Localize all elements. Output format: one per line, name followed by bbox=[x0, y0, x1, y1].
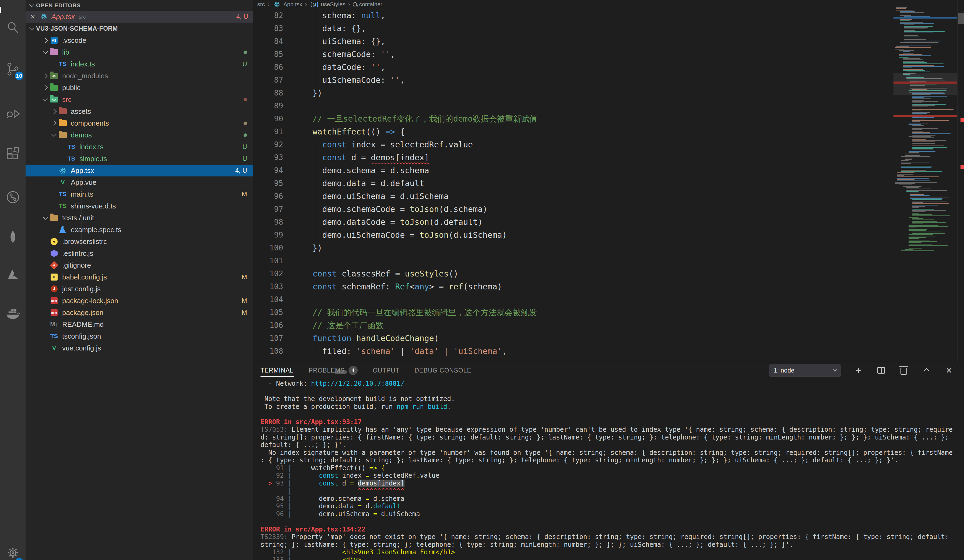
mongodb-leaf-icon[interactable] bbox=[0, 225, 26, 249]
docker-icon[interactable] bbox=[0, 301, 26, 325]
terminal-link[interactable]: const bbox=[319, 472, 338, 479]
terminal-link[interactable]: npm run build bbox=[397, 403, 447, 411]
tree-item-package-json[interactable]: npmpackage.jsonM bbox=[26, 307, 253, 318]
terminal-link[interactable]: 8081 bbox=[385, 380, 401, 387]
code-line-85[interactable]: 85 schemaCode: '', bbox=[253, 48, 894, 61]
tree-item-vue-config-js[interactable]: Vvue.config.js bbox=[26, 342, 253, 354]
open-editor-item-app-tsx[interactable]: × App.tsx src 4, U bbox=[26, 11, 253, 23]
code-line-102[interactable]: 102 const classesRef = useStyles() bbox=[253, 267, 894, 280]
tree-item-jest-config-js[interactable]: Jjest.config.js bbox=[26, 283, 253, 295]
tree-item-tests-unit[interactable]: tests / unit bbox=[26, 212, 253, 224]
code-token: ref bbox=[449, 282, 463, 291]
terminal-link[interactable]: const bbox=[319, 480, 338, 487]
git-graph-icon[interactable] bbox=[0, 185, 26, 209]
tree-item-index-ts[interactable]: TSindex.tsU bbox=[26, 141, 253, 153]
tab-output[interactable]: OUTPUT bbox=[373, 362, 399, 379]
tree-item-src[interactable]: <>src bbox=[26, 94, 253, 106]
tree-item-package-lock-json[interactable]: npmpackage-lock.jsonM bbox=[26, 295, 253, 307]
breadcrumb-item-container[interactable]: container bbox=[353, 1, 382, 8]
source-control-icon[interactable]: 10 bbox=[0, 57, 26, 81]
new-terminal-icon[interactable]: + bbox=[853, 365, 864, 376]
code-line-92[interactable]: 92 const index = selectedRef.value bbox=[253, 138, 894, 151]
open-editors-header[interactable]: OPEN EDITORS bbox=[26, 0, 253, 11]
code-line-103[interactable]: 103 const schemaRef: Ref<any> = ref(sche… bbox=[253, 280, 894, 293]
settings-gear-icon[interactable]: 1 bbox=[0, 541, 26, 560]
tree-item-components[interactable]: components bbox=[26, 117, 253, 129]
code-line-105[interactable]: 105 // 我们的代码一旦在编辑器里被编辑里，这个方法就会被触发 bbox=[253, 306, 894, 319]
code-view[interactable]: 82 schema: null,83 data: {},84 uiSchema:… bbox=[253, 9, 894, 358]
tree-item-node-modules[interactable]: JSnode_modules bbox=[26, 70, 253, 82]
tab-debug-console[interactable]: DEBUG CONSOLE bbox=[414, 362, 471, 379]
code-line-98[interactable]: 98 demo.dataCode = toJson(d.default) bbox=[253, 216, 894, 229]
tree-item-index-ts[interactable]: TSindex.tsU bbox=[26, 58, 253, 70]
maximize-panel-icon[interactable] bbox=[921, 365, 932, 376]
terminal-text: default: { ...; }; }'. bbox=[261, 441, 346, 449]
terminal-link[interactable]: http://172.20.10.7: bbox=[311, 380, 385, 387]
close-panel-icon[interactable]: × bbox=[944, 365, 954, 376]
close-icon[interactable]: × bbox=[30, 12, 39, 21]
code-line-86[interactable]: 86 dataCode: '', bbox=[253, 61, 894, 74]
code-line-83[interactable]: 83 data: {}, bbox=[253, 22, 894, 35]
tree-item-public[interactable]: public bbox=[26, 82, 253, 94]
tree-item-app-vue[interactable]: VApp.vue bbox=[26, 177, 253, 188]
code-line-95[interactable]: 95 demo.data = d.default bbox=[253, 177, 894, 190]
code-token: }) bbox=[303, 243, 322, 253]
code-line-104[interactable]: 104 bbox=[253, 293, 894, 306]
tree-item-example-spec-ts[interactable]: example.spec.ts bbox=[26, 224, 253, 235]
code-line-97[interactable]: 97 demo.schemaCode = toJson(d.schema) bbox=[253, 203, 894, 216]
tree-item-browserslistrc[interactable]: ●.browserslistrc bbox=[26, 235, 253, 247]
code-line-96[interactable]: 96 demo.uiSchema = d.uiSchema bbox=[253, 190, 894, 203]
tree-item-gitignore[interactable]: .gitignore bbox=[26, 259, 253, 271]
run-debug-icon[interactable] bbox=[0, 102, 26, 126]
breadcrumb-item-app-tsx[interactable]: App.tsx bbox=[272, 0, 302, 8]
code-line-100[interactable]: 100 }) bbox=[253, 242, 894, 255]
terminal-link[interactable]: / bbox=[401, 380, 404, 387]
code-line-108[interactable]: 108 filed: 'schema' | 'data' | 'uiSchema… bbox=[253, 345, 894, 358]
code-line-93[interactable]: 93 const d = demos[index] bbox=[253, 151, 894, 164]
tree-item-eslintrc-js[interactable]: .eslintrc.js bbox=[26, 247, 253, 259]
extensions-icon[interactable] bbox=[0, 142, 26, 166]
tree-item-tsconfig-json[interactable]: TStsconfig.json bbox=[26, 330, 253, 342]
project-root-header[interactable]: VU3-JSON-SCHEMA-FORM bbox=[26, 23, 253, 34]
terminal-output[interactable]: - Network: http://172.20.10.7:8081/ Note… bbox=[261, 380, 962, 560]
code-line-87[interactable]: 87 uiSchemaCode: '', bbox=[253, 74, 894, 87]
minimap-line bbox=[897, 174, 913, 175]
search-icon[interactable] bbox=[0, 16, 26, 40]
minimap[interactable] bbox=[894, 0, 957, 362]
scrollbar-thumb[interactable] bbox=[958, 13, 964, 24]
azure-icon[interactable] bbox=[0, 263, 26, 287]
code-line-89[interactable]: 89 bbox=[253, 99, 894, 112]
tree-item-main-ts[interactable]: TSmain.tsM bbox=[26, 188, 253, 200]
tab-terminal[interactable]: TERMINAL bbox=[261, 362, 294, 379]
code-line-84[interactable]: 84 uiSchema: {}, bbox=[253, 35, 894, 48]
code-line-106[interactable]: 106 // 这是个工厂函数 bbox=[253, 319, 894, 332]
tree-item-assets[interactable]: assets bbox=[26, 106, 253, 117]
split-terminal-icon[interactable] bbox=[876, 365, 886, 376]
code-line-88[interactable]: 88 }) bbox=[253, 87, 894, 99]
tree-item-shims-vue-d-ts[interactable]: TSshims-vue.d.ts bbox=[26, 200, 253, 212]
code-line-107[interactable]: 107 function handleCodeChange( bbox=[253, 332, 894, 345]
code-line-99[interactable]: 99 demo.uiSchemaCode = toJson(d.uiSchema… bbox=[253, 229, 894, 242]
breadcrumb-item-usestyles[interactable]: [@]useStyles bbox=[310, 1, 345, 8]
overview-ruler[interactable] bbox=[957, 0, 964, 362]
terminal-instance-select[interactable]: 1: node bbox=[769, 364, 841, 377]
tree-item-app-tsx[interactable]: App.tsx4, U bbox=[26, 165, 253, 177]
chevron-right-icon bbox=[43, 85, 48, 90]
tab-problems[interactable]: PROBLEMS4 bbox=[309, 362, 358, 379]
terminal-link[interactable]: default bbox=[373, 502, 401, 510]
code-line-90[interactable]: 90 // 一旦selectedRef变化了，我们的demo数据会被重新赋值 bbox=[253, 112, 894, 125]
tree-item-readme-md[interactable]: M↓README.md bbox=[26, 318, 253, 330]
code-line-91[interactable]: 91 watchEffect(() => { bbox=[253, 125, 894, 138]
tree-item-babel-config-js[interactable]: Bbabel.config.jsM bbox=[26, 271, 253, 283]
breadcrumb-item-src[interactable]: src bbox=[257, 1, 265, 8]
kill-terminal-icon[interactable] bbox=[898, 365, 909, 376]
tree-item-vscode[interactable]: VS.vscode bbox=[26, 34, 253, 46]
tree-item-decorations: U bbox=[243, 155, 247, 162]
code-line-82[interactable]: 82 schema: null, bbox=[253, 9, 894, 22]
code-line-101[interactable]: 101 bbox=[253, 255, 894, 267]
tree-item-lib[interactable]: lib bbox=[26, 46, 253, 58]
tree-item-simple-ts[interactable]: TSsimple.tsU bbox=[26, 153, 253, 165]
code-line-94[interactable]: 94 demo.schema = d.schema bbox=[253, 164, 894, 177]
tab-label: TERMINAL bbox=[261, 367, 294, 374]
tree-item-demos[interactable]: demos bbox=[26, 129, 253, 141]
